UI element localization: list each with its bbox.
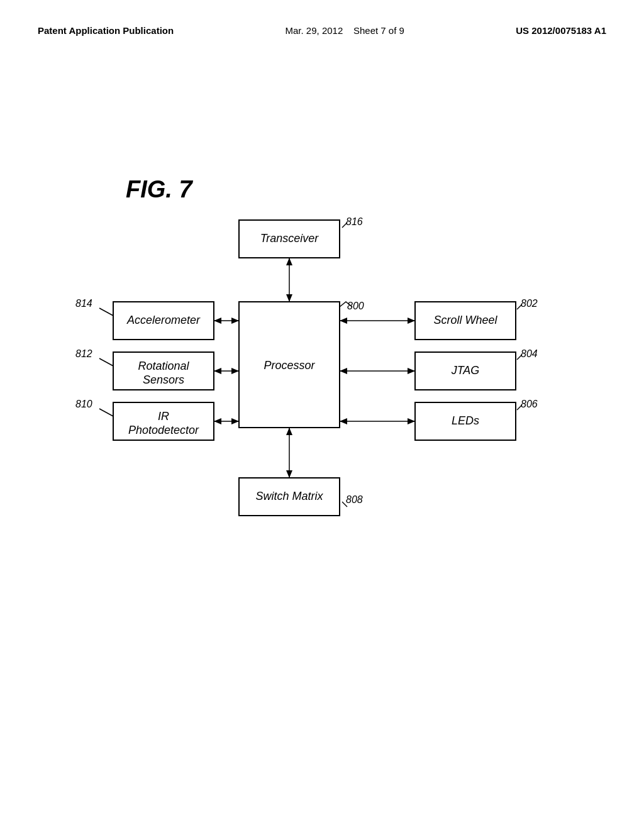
processor-ref: 800 [347, 301, 364, 311]
svg-marker-14 [340, 368, 347, 374]
transceiver-label: Transceiver [260, 232, 319, 245]
leds-block: LEDs [415, 402, 516, 440]
svg-marker-39 [286, 428, 292, 435]
switch-matrix-block: Switch Matrix [239, 478, 340, 516]
patent-number: US 2012/0075183 A1 [516, 25, 606, 36]
scroll-wheel-block: Scroll Wheel [415, 302, 516, 340]
svg-marker-9 [340, 318, 347, 324]
accelerometer-label: Accelerometer [126, 314, 201, 326]
page-header: Patent Application Publication Mar. 29, … [0, 0, 644, 36]
leds-label: LEDs [452, 414, 479, 427]
leds-ref: 806 [521, 399, 538, 409]
scroll-wheel-label: Scroll Wheel [433, 314, 497, 326]
rotational-sensors-ref: 812 [75, 348, 92, 359]
ir-photodetector-block: IR Photodetector [113, 402, 214, 440]
transceiver-ref: 816 [346, 216, 363, 227]
svg-marker-35 [231, 418, 239, 424]
processor-label: Processor [264, 359, 315, 372]
jtag-block: JTAG [415, 352, 516, 390]
processor-block: Processor [239, 302, 340, 428]
jtag-ref: 804 [521, 348, 538, 359]
date-sheet: Mar. 29, 2012 Sheet 7 of 9 [286, 25, 404, 36]
svg-line-27 [99, 358, 113, 366]
rotational-sensors-label1: Rotational [138, 360, 189, 372]
ir-photodetector-label1: IR [158, 410, 169, 423]
svg-line-32 [99, 409, 113, 416]
ir-photodetector-label2: Photodetector [128, 424, 199, 436]
svg-marker-29 [214, 368, 221, 374]
ir-photodetector-ref: 810 [75, 399, 92, 409]
rotational-sensors-label2: Sensors [143, 374, 184, 386]
rotational-sensors-block: Rotational Sensors [113, 352, 214, 390]
diagram: Transceiver 816 Processor 800 Scroll Whe… [63, 214, 579, 604]
svg-line-22 [99, 308, 113, 316]
switch-matrix-ref: 808 [346, 494, 363, 505]
svg-marker-5 [286, 294, 292, 302]
svg-marker-25 [231, 318, 239, 324]
svg-marker-15 [408, 368, 415, 374]
svg-marker-34 [214, 418, 221, 424]
svg-marker-19 [340, 418, 347, 424]
svg-marker-24 [214, 318, 221, 324]
scroll-wheel-ref: 802 [521, 298, 538, 309]
accelerometer-ref: 814 [75, 298, 92, 309]
svg-marker-4 [286, 258, 292, 265]
transceiver-block: Transceiver [239, 220, 340, 258]
jtag-label: JTAG [451, 364, 480, 377]
svg-marker-20 [408, 418, 415, 424]
accelerometer-block: Accelerometer [113, 302, 214, 340]
svg-marker-10 [408, 318, 415, 324]
figure-label: FIG. 7 [126, 176, 192, 203]
svg-marker-30 [231, 368, 239, 374]
switch-matrix-label: Switch Matrix [255, 490, 323, 502]
publication-label: Patent Application Publication [38, 25, 174, 36]
svg-marker-40 [286, 470, 292, 478]
